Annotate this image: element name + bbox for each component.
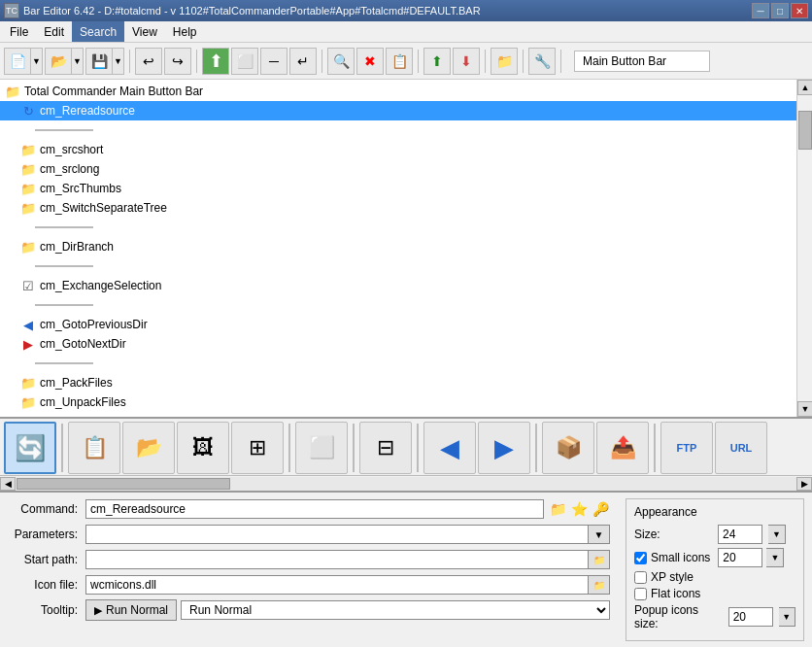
startpath-browse[interactable]: 📁 [589, 550, 610, 569]
item-label: cm_ExchangeSelection [40, 279, 161, 292]
save-button[interactable]: 💾 [85, 48, 113, 75]
move-up-button[interactable]: ⬆ [423, 48, 451, 75]
split-icon-btn[interactable]: ⊟ [359, 422, 412, 474]
size-dropdown[interactable]: ▼ [768, 525, 786, 544]
ftp-icon-btn[interactable]: FTP [660, 422, 713, 474]
tree-row[interactable]: 📁 cm_SwitchSeparateTree [0, 198, 812, 218]
separator-item[interactable] [0, 218, 812, 237]
tree-row[interactable]: 📁 cm_srclong [0, 159, 812, 179]
item-icon: 📁 [19, 161, 37, 177]
tree-root[interactable]: 📁 Total Commander Main Button Bar [0, 82, 812, 101]
separator-line [35, 362, 93, 364]
restore-button[interactable]: □ [771, 3, 789, 18]
icon-separator [417, 424, 419, 472]
separator-item[interactable] [0, 295, 812, 315]
unpack-icon-btn[interactable]: 📤 [596, 422, 649, 474]
popup-size-row: Popup icons size: ▼ [634, 603, 795, 630]
grid-icon-btn[interactable]: ⊞ [231, 422, 284, 474]
tree-area[interactable]: 📁 Total Commander Main Button Bar ↻ cm_R… [0, 80, 812, 419]
scroll-down-arrow[interactable]: ▼ [797, 401, 812, 417]
command-input[interactable] [85, 499, 544, 519]
size-input[interactable] [718, 525, 762, 544]
tree-row[interactable]: ◀ cm_GotoPreviousDir [0, 315, 812, 334]
tree-row[interactable]: 📁 cm_SrcThumbs [0, 179, 812, 198]
minimize-button[interactable]: ─ [752, 3, 769, 18]
scroll-thumb[interactable] [798, 111, 812, 150]
url-icon-btn[interactable]: URL [715, 422, 767, 474]
arrow-left-icon-btn[interactable]: ◀ [423, 422, 476, 474]
redo-button[interactable]: ↪ [164, 48, 191, 75]
tree-row[interactable]: ▶ cm_GotoNextDir [0, 334, 812, 354]
stop-button[interactable]: ⬜ [231, 48, 258, 75]
separator-5 [485, 50, 486, 73]
menu-edit[interactable]: Edit [36, 21, 72, 42]
undo-button[interactable]: ↩ [135, 48, 162, 75]
select-rect-icon-btn[interactable]: ⬜ [295, 422, 348, 474]
tree-row[interactable]: ☑ cm_ExchangeSelection [0, 276, 812, 295]
scroll-thumb[interactable] [17, 478, 230, 490]
save-dropdown[interactable]: ▼ [113, 48, 124, 75]
close-button[interactable]: ✕ [791, 3, 808, 18]
pack-icon-btn[interactable]: 📦 [542, 422, 594, 474]
image-icon-btn[interactable]: 🖼 [177, 422, 229, 474]
new-button[interactable]: 📄 [4, 48, 31, 75]
flat-icons-checkbox[interactable] [634, 588, 647, 600]
parameters-dropdown[interactable]: ▼ [589, 525, 610, 544]
tree-row[interactable]: 📁 cm_PackFiles [0, 373, 812, 392]
iconfile-browse[interactable]: 📁 [589, 575, 610, 595]
run-mode-select[interactable]: Run Normal Run Minimized Run Maximized [181, 600, 610, 620]
menu-help[interactable]: Help [165, 21, 205, 42]
copy-button[interactable]: 📋 [386, 48, 413, 75]
new-dropdown[interactable]: ▼ [31, 48, 43, 75]
menu-search[interactable]: Search [72, 21, 124, 42]
flat-icons-label: Flat icons [651, 587, 700, 600]
open-dropdown[interactable]: ▼ [72, 48, 84, 75]
separator-2 [196, 50, 197, 73]
open-button[interactable]: 📂 [45, 48, 72, 75]
horizontal-scrollbar[interactable]: ◀ ▶ [0, 475, 812, 491]
separator-item[interactable] [0, 354, 812, 373]
popup-size-input[interactable] [728, 607, 773, 627]
find-button[interactable]: 🔍 [327, 48, 355, 75]
star-icon[interactable]: ⭐ [569, 499, 589, 519]
tree-row[interactable]: 📁 cm_DirBranch [0, 237, 812, 256]
move-down-button[interactable]: ⬇ [453, 48, 480, 75]
tree-row[interactable]: ↻ cm_Rereadsource [0, 101, 812, 120]
separator-insert-button[interactable]: ─ [260, 48, 288, 75]
menu-file[interactable]: File [2, 21, 36, 42]
scroll-left-arrow[interactable]: ◀ [0, 477, 16, 491]
separator-item[interactable] [0, 120, 812, 140]
folder-button[interactable]: 📁 [491, 48, 518, 75]
popup-size-dropdown[interactable]: ▼ [779, 607, 795, 627]
item-icon: 📁 [19, 181, 37, 196]
arrow-right-icon-btn[interactable]: ▶ [478, 422, 530, 474]
scroll-right-arrow[interactable]: ▶ [796, 477, 812, 491]
iconfile-input[interactable] [85, 575, 589, 595]
scroll-up-arrow[interactable]: ▲ [797, 80, 812, 95]
tree-row[interactable]: 📁 cm_UnpackFiles [0, 392, 812, 412]
small-icons-size-input[interactable] [718, 548, 762, 567]
move-files-icon-btn[interactable]: 📂 [122, 422, 175, 474]
item-label: cm_GotoPreviousDir [40, 318, 148, 331]
startpath-input[interactable] [85, 550, 589, 569]
menu-view[interactable]: View [124, 21, 165, 42]
up-arrow-button[interactable]: ⬆ [202, 48, 229, 75]
key-icon[interactable]: 🔑 [591, 499, 610, 519]
parameters-input[interactable] [85, 525, 589, 544]
settings-button[interactable]: 🔧 [528, 48, 556, 75]
refresh-icon-btn[interactable]: 🔄 [4, 422, 56, 474]
copy-files-icon-btn[interactable]: 📋 [68, 422, 120, 474]
run-button[interactable]: ▶ Run Normal [85, 599, 177, 621]
separator-1 [129, 50, 130, 73]
separator-item[interactable] [0, 256, 812, 276]
small-icons-dropdown[interactable]: ▼ [766, 548, 784, 567]
newline-button[interactable]: ↵ [289, 48, 317, 75]
size-row: Size: ▼ [634, 525, 795, 544]
vertical-scrollbar[interactable]: ▲ ▼ [796, 80, 812, 417]
xp-style-checkbox[interactable] [634, 571, 647, 584]
browse-icon[interactable]: 📁 [548, 499, 567, 519]
scroll-track [16, 477, 796, 491]
tree-row[interactable]: 📁 cm_srcshort [0, 140, 812, 159]
delete-button[interactable]: ✖ [356, 48, 384, 75]
small-icons-checkbox[interactable] [634, 552, 647, 564]
